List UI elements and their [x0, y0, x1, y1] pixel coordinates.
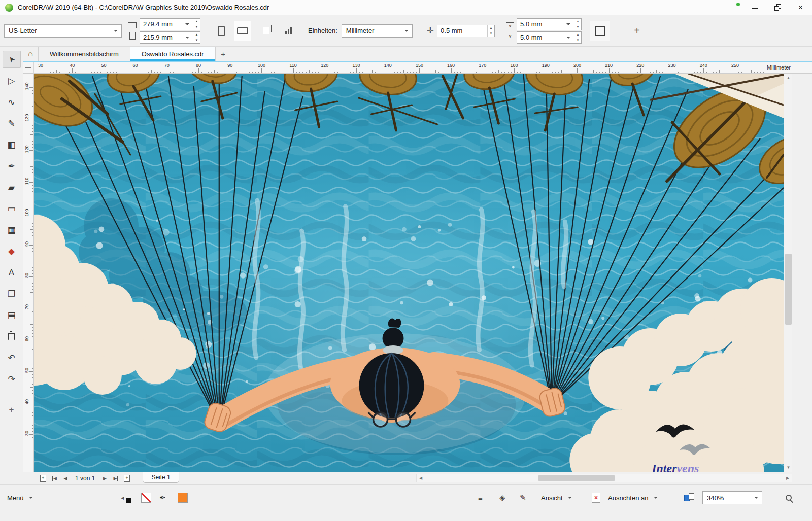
paste-tool[interactable]: ▤: [3, 306, 21, 324]
portrait-button[interactable]: [213, 21, 230, 41]
status-menu-button[interactable]: Menü: [7, 491, 37, 504]
page-height-field[interactable]: 215.9 mm▲▼: [140, 31, 200, 44]
add-page-start-button[interactable]: [38, 473, 49, 483]
units-label: Einheiten:: [308, 27, 337, 34]
chevron-down-icon: [654, 497, 658, 499]
page-tab-seite-1[interactable]: Seite 1: [143, 472, 179, 483]
page-border-icon: [595, 26, 605, 36]
duplicate-x-field[interactable]: 5.0 mm▲▼: [517, 18, 582, 30]
page-width-field[interactable]: 279.4 mm▲▼: [140, 18, 200, 30]
customize-plus-button[interactable]: +: [629, 23, 645, 39]
rectangle-tool[interactable]: ▭: [3, 200, 21, 217]
eraser-tool[interactable]: ▰: [3, 179, 21, 196]
chevron-down-icon: [185, 23, 189, 25]
vertical-scroll-thumb[interactable]: [785, 254, 792, 325]
close-button[interactable]: ×: [789, 0, 812, 15]
next-page-button[interactable]: ▶: [99, 473, 110, 483]
mirror-tool[interactable]: ◧: [3, 136, 21, 153]
last-page-button[interactable]: ▶: [110, 473, 121, 483]
all-pages-button[interactable]: [258, 23, 274, 39]
outline-color-none-swatch[interactable]: [141, 491, 151, 504]
pick-tool[interactable]: ➤: [3, 51, 21, 68]
view-dropdown[interactable]: Ansicht: [541, 491, 576, 504]
chevron-down-icon: [568, 497, 572, 499]
text-tool[interactable]: A: [3, 264, 21, 281]
smart-fill-tool[interactable]: ◆: [3, 242, 21, 260]
spinner[interactable]: ▲▼: [193, 32, 200, 43]
canvas-artwork[interactable]: Intervens: [34, 74, 784, 472]
page-width-value: 279.4 mm: [140, 20, 183, 28]
snap-to-dropdown[interactable]: Ausrichten an: [608, 491, 661, 504]
duplicate-icon: ❐: [8, 290, 15, 298]
landscape-button[interactable]: [234, 21, 251, 41]
add-page-end-button[interactable]: [121, 473, 132, 483]
drawing-canvas[interactable]: Intervens: [34, 74, 784, 472]
dynamic-guides-icon[interactable]: ≡: [478, 491, 483, 504]
tab-document[interactable]: Oswaldo Rosales.cdr: [130, 47, 216, 61]
horizontal-ruler[interactable]: Millimeter 30405060708090100110120130140…: [34, 62, 812, 74]
page-height-value: 215.9 mm: [140, 33, 183, 41]
spinner[interactable]: ▲▼: [574, 19, 581, 30]
page-size-dropdown[interactable]: US-Letter: [4, 24, 122, 38]
magnifier-icon[interactable]: [786, 491, 792, 504]
coreldraw-app-icon: [5, 4, 13, 12]
zoom-level-combo[interactable]: 340%: [702, 491, 762, 504]
add-tool[interactable]: +: [3, 401, 21, 418]
delete-tool[interactable]: [3, 328, 21, 345]
duplicate-x-value: 5.0 mm: [517, 20, 564, 28]
scroll-right-button[interactable]: ▶: [784, 474, 792, 482]
ruler-origin[interactable]: [23, 62, 34, 74]
scroll-left-button[interactable]: ◀: [417, 474, 425, 482]
edit-settings-icon[interactable]: ✎: [520, 491, 526, 504]
first-page-button[interactable]: ◀: [49, 473, 60, 483]
freehand-tool[interactable]: ∿: [3, 93, 21, 111]
horizontal-scrollbar[interactable]: ◀ ▶: [416, 474, 792, 482]
new-tab-button[interactable]: +: [216, 47, 231, 61]
shape-tool[interactable]: ▷: [3, 72, 21, 89]
tab-welcome[interactable]: Willkommensbildschirm: [38, 47, 130, 61]
account-button[interactable]: [725, 0, 743, 15]
minimize-icon: [752, 6, 758, 9]
layers-icon[interactable]: ◈: [499, 491, 505, 504]
current-page-button[interactable]: [281, 23, 296, 39]
fill-color-swatch[interactable]: [178, 491, 188, 504]
minimize-button[interactable]: [743, 0, 766, 15]
snap-disabled-button[interactable]: ×: [592, 491, 600, 504]
restore-button[interactable]: [766, 0, 789, 15]
duplicate-tool[interactable]: ❐: [3, 285, 21, 302]
v-ruler-label: 50: [24, 365, 29, 375]
scroll-down-button[interactable]: ▼: [784, 463, 793, 472]
home-icon: ⌂: [28, 49, 33, 58]
units-dropdown[interactable]: Millimeter: [342, 24, 413, 38]
page-border-button[interactable]: [590, 21, 610, 41]
artistic-media-tool[interactable]: ✎: [3, 115, 21, 132]
redo-tool[interactable]: ↷: [3, 370, 21, 388]
duplicate-y-field[interactable]: 5.0 mm▲▼: [517, 31, 582, 44]
previous-page-button[interactable]: ◀: [60, 473, 71, 483]
spinner[interactable]: ▲▼: [193, 19, 200, 30]
nudge-icon: ✛: [427, 25, 434, 36]
v-ruler-label: 60: [24, 334, 29, 344]
chevron-down-icon: [404, 30, 409, 32]
scroll-up-button[interactable]: ▲: [784, 74, 793, 82]
vertical-scrollbar[interactable]: ▲ ▼: [784, 74, 792, 472]
v-ruler-label: 30: [24, 428, 29, 438]
zoom-page-icon: [684, 491, 694, 504]
horizontal-scroll-thumb[interactable]: [538, 475, 615, 481]
undo-tool[interactable]: ↶: [3, 349, 21, 366]
h-ruler-label: 140: [384, 63, 392, 68]
undo-icon: ↶: [8, 354, 15, 362]
spinner[interactable]: ▲▼: [574, 32, 581, 43]
spinner[interactable]: ▲▼: [487, 25, 494, 37]
h-ruler-label: 50: [101, 63, 106, 68]
h-ruler-label: 70: [164, 63, 170, 68]
statusbar: Menü ➤ ✒ ≡ ◈ ✎ Ansicht × Ausrichten an 3…: [0, 484, 812, 521]
vertical-ruler[interactable]: 14013012011010090807060504030: [23, 74, 34, 472]
property-bar: US-Letter 279.4 mm▲▼ 215.9 mm▲▼ Einheite…: [0, 15, 812, 47]
h-ruler-label: 150: [416, 63, 423, 68]
h-ruler-label: 60: [133, 63, 138, 68]
home-tab-button[interactable]: ⌂: [23, 47, 38, 61]
nudge-field[interactable]: 0.5 mm▲▼: [437, 25, 495, 37]
mesh-fill-tool[interactable]: ▦: [3, 221, 21, 238]
pen-tool[interactable]: ✒: [3, 157, 21, 175]
